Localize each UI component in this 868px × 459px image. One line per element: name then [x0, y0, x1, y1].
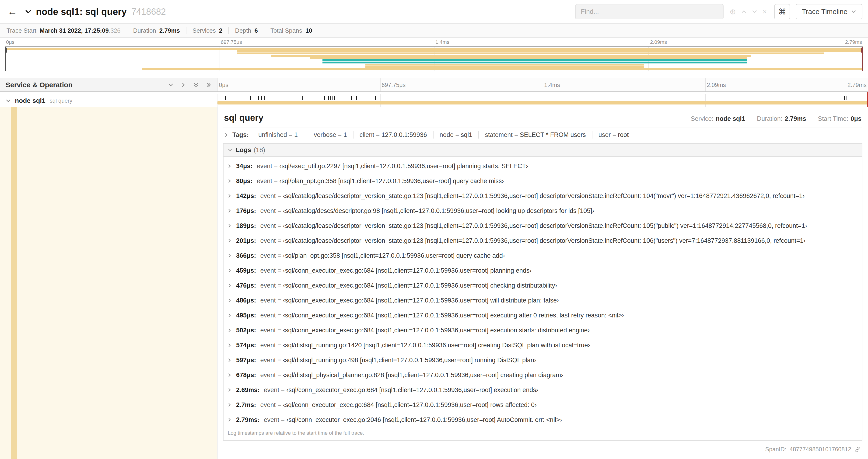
logs-header[interactable]: Logs (18) [223, 144, 862, 157]
summary-value: March 31 2022, 17:25:09 [40, 27, 109, 34]
viewport-scrubber-right[interactable] [862, 47, 863, 71]
chevron-right-icon[interactable] [227, 179, 232, 183]
chevron-right-icon[interactable] [227, 253, 232, 258]
tag-key: node [440, 131, 454, 138]
minimap-graph[interactable] [5, 46, 863, 71]
log-row[interactable]: 574μs:event = ‹sql/distsql_running.go:14… [223, 338, 862, 353]
chevron-right-icon[interactable] [227, 343, 232, 348]
gridline [705, 78, 706, 91]
log-row[interactable]: 678μs:event = ‹sql/distsql_physical_plan… [223, 368, 862, 383]
chevron-right-icon[interactable] [227, 418, 232, 422]
log-row[interactable]: 476μs:event = ‹sql/conn_executor_exec.go… [223, 278, 862, 293]
log-row[interactable]: 176μs:event = ‹sql/catalog/descs/descrip… [223, 203, 862, 218]
log-event: event = ‹sql/catalog/lease/descriptor_ve… [260, 237, 806, 244]
chevron-right-icon[interactable] [227, 208, 232, 213]
summary-suffix: .326 [109, 27, 121, 34]
log-row[interactable]: 34μs:event = ‹sql/exec_util.go:2297 [nsq… [223, 159, 862, 173]
chevron-right-icon[interactable] [227, 238, 232, 243]
log-row[interactable]: 189μs:event = ‹sql/catalog/lease/descrip… [223, 218, 862, 233]
equals-sign: = [276, 357, 283, 364]
next-result-chevron-down-icon[interactable] [750, 9, 759, 14]
log-marker [302, 96, 303, 100]
chevron-right-icon[interactable] [227, 283, 232, 288]
span-indent-column [0, 107, 217, 459]
chevron-right-icon[interactable] [227, 164, 232, 168]
log-row[interactable]: 80μs:event = ‹sql/plan_opt.go:358 [nsql1… [223, 173, 862, 189]
chevron-right-icon[interactable] [227, 223, 232, 228]
chevron-right-icon[interactable] [227, 328, 232, 333]
span-meta: Service:node sql1 Duration:2.79ms Start … [691, 115, 862, 123]
expand-all-double-chevron-right-icon[interactable] [206, 82, 211, 88]
span-bar-track[interactable] [217, 94, 868, 107]
log-row[interactable]: 366μs:event = ‹sql/plan_opt.go:358 [nsql… [223, 248, 862, 263]
trace-view-dropdown[interactable]: Trace Timeline [796, 4, 862, 19]
log-row[interactable]: 495μs:event = ‹sql/conn_executor_exec.go… [223, 308, 862, 323]
chevron-right-icon[interactable] [227, 358, 232, 362]
locate-icon[interactable]: ⊕ [728, 8, 738, 15]
log-row[interactable]: 459μs:event = ‹sql/conn_executor_exec.go… [223, 263, 862, 278]
log-field-key: event [260, 312, 276, 319]
equals-sign: = [276, 401, 283, 408]
chevron-right-icon[interactable] [227, 402, 232, 407]
span-detail-header: sql query Service:node sql1 Duration:2.7… [224, 113, 862, 123]
log-row[interactable]: 597μs:event = ‹sql/distsql_running.go:49… [223, 353, 862, 368]
span-row-label[interactable]: node sql1 sql query [0, 94, 217, 107]
timeline-rows: node sql1 sql query [0, 92, 868, 107]
collapse-one-chevron-down-icon[interactable] [168, 82, 174, 88]
log-row[interactable]: 486μs:event = ‹sql/conn_executor_exec.go… [223, 293, 862, 308]
log-row[interactable]: 502μs:event = ‹sql/conn_executor_exec.go… [223, 323, 862, 338]
collapse-all-double-chevron-down-icon[interactable] [193, 82, 199, 88]
chevron-right-icon[interactable] [227, 194, 232, 198]
clear-search-icon[interactable]: × [761, 8, 769, 15]
log-field-value: ‹sql/catalog/descs/descriptor.go:98 [nsq… [283, 207, 594, 214]
log-rows: 34μs:event = ‹sql/exec_util.go:2297 [nsq… [223, 157, 862, 428]
span-row[interactable]: node sql1 sql query [0, 94, 868, 107]
viewport-scrubber-left[interactable] [5, 47, 6, 71]
span-operation-name: sql query [50, 97, 72, 104]
back-arrow-icon[interactable]: ← [7, 7, 17, 17]
minimap-span-bar [310, 57, 747, 59]
log-timestamp: 459μs: [236, 267, 256, 274]
span-service-meta: Service:node sql1 [691, 115, 745, 123]
timeline-right-edge [867, 92, 868, 107]
log-timestamp: 486μs: [236, 297, 256, 304]
prev-result-chevron-up-icon[interactable] [739, 9, 748, 14]
chevron-right-icon[interactable] [227, 373, 232, 378]
find-input[interactable] [575, 4, 723, 19]
log-row[interactable]: 201μs:event = ‹sql/catalog/lease/descrip… [223, 233, 862, 248]
log-row[interactable]: 2.7ms:event = ‹sql/conn_executor_exec.go… [223, 397, 862, 412]
minimap-span-bar [322, 62, 747, 63]
chevron-right-icon [224, 133, 229, 137]
log-timestamp: 678μs: [236, 371, 256, 379]
span-id-footer: SpanID: 4877749850101760812 [223, 441, 862, 453]
log-field-value: ‹sql/plan_opt.go:358 [nsql1,client=127.0… [279, 177, 504, 185]
equals-sign: = [276, 282, 283, 289]
log-field-key: event [260, 282, 276, 289]
log-row[interactable]: 2.79ms:event = ‹sql/conn_executor_exec.g… [223, 412, 862, 427]
chevron-right-icon[interactable] [227, 313, 232, 318]
span-bar[interactable] [217, 101, 868, 104]
log-field-key: event [260, 207, 276, 214]
trace-collapse-chevron-down-icon[interactable] [25, 8, 32, 15]
equals-sign: = [279, 416, 286, 423]
tag-value: root [618, 131, 629, 138]
trace-summary: Trace StartMarch 31 2022, 17:25:09.326Du… [0, 23, 868, 38]
expand-one-chevron-right-icon[interactable] [181, 82, 186, 88]
span-service-name: node sql1 [15, 97, 45, 104]
log-row[interactable]: 142μs:event = ‹sql/catalog/lease/descrip… [223, 189, 862, 203]
tags-accordion[interactable]: Tags: _unfinished = 1_verbose = 1client … [223, 128, 862, 143]
summary-item: Duration2.79ms [127, 27, 180, 34]
link-icon[interactable] [855, 447, 861, 453]
tag-key: _unfinished [255, 131, 287, 138]
keyboard-shortcuts-button[interactable]: ⌘ [774, 4, 790, 19]
log-field-key: event [260, 401, 276, 408]
chevron-down-icon[interactable] [6, 98, 11, 103]
chevron-right-icon[interactable] [227, 298, 232, 303]
trace-title: node sql1: sql query [36, 6, 127, 17]
equals-sign: = [276, 267, 283, 274]
log-field-value: ‹sql/conn_executor_exec.go:684 [nsql1,cl… [286, 387, 538, 393]
timeline-header: Service & Operation 0μs697.75 [0, 78, 868, 92]
chevron-right-icon[interactable] [227, 388, 232, 392]
log-row[interactable]: 2.69ms:event = ‹sql/conn_executor_exec.g… [223, 383, 862, 397]
chevron-right-icon[interactable] [227, 268, 232, 273]
